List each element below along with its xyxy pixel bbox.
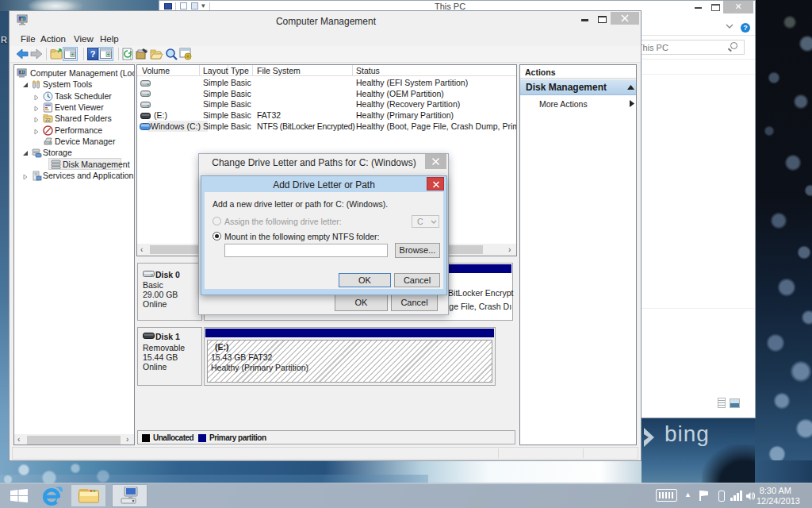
svg-text:22: 22 [45,117,51,122]
